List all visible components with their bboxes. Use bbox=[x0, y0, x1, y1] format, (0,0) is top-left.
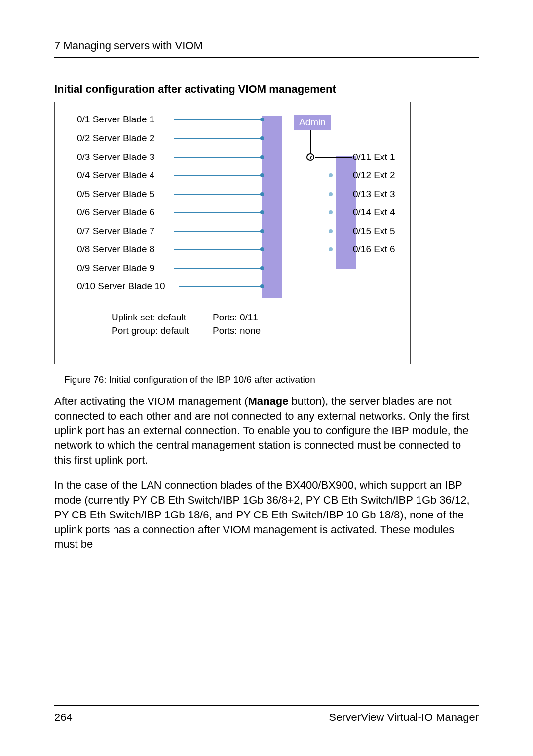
blade-line-4 bbox=[174, 175, 261, 176]
ext-label-3: 0/13 Ext 3 bbox=[353, 189, 395, 199]
blade-dot-5 bbox=[260, 192, 264, 196]
blade-dot-4 bbox=[260, 173, 264, 177]
blade-line-7 bbox=[174, 231, 261, 232]
ext-dot-2 bbox=[329, 173, 333, 177]
blade-line-6 bbox=[174, 212, 261, 213]
blade-line-1 bbox=[174, 119, 261, 120]
blade-label-5: 0/5 Server Blade 5 bbox=[77, 189, 154, 199]
blade-dot-9 bbox=[260, 266, 264, 270]
figure-diagram: Admin 0/1 Server Blade 1 0/2 Server Blad… bbox=[54, 102, 411, 364]
blade-dot-2 bbox=[260, 136, 264, 140]
admin-connector-vertical bbox=[310, 130, 311, 155]
blade-label-8: 0/8 Server Blade 8 bbox=[77, 244, 154, 255]
port-group-ports: Ports: none bbox=[213, 325, 261, 336]
blade-dot-10 bbox=[260, 284, 264, 288]
section-title: Initial configuration after activating V… bbox=[54, 83, 479, 96]
blade-label-9: 0/9 Server Blade 9 bbox=[77, 263, 154, 274]
blade-label-2: 0/2 Server Blade 2 bbox=[77, 133, 154, 144]
ext-dot-4 bbox=[329, 210, 333, 214]
blade-label-7: 0/7 Server Blade 7 bbox=[77, 226, 154, 237]
manage-bold: Manage bbox=[248, 395, 289, 407]
blade-label-3: 0/3 Server Blade 3 bbox=[77, 152, 154, 162]
admin-box: Admin bbox=[294, 115, 331, 130]
ext-label-4: 0/14 Ext 4 bbox=[353, 207, 395, 218]
ext-label-1: 0/11 Ext 1 bbox=[353, 152, 395, 162]
uplink-set-label: Uplink set: default bbox=[112, 312, 186, 323]
port-group-label: Port group: default bbox=[112, 325, 189, 336]
blade-line-10 bbox=[179, 286, 261, 287]
blade-dot-3 bbox=[260, 155, 264, 159]
ext-label-2: 0/12 Ext 2 bbox=[353, 170, 395, 181]
blade-dot-1 bbox=[260, 118, 264, 121]
blade-label-1: 0/1 Server Blade 1 bbox=[77, 114, 154, 125]
page-footer: 264 ServerView Virtual-IO Manager bbox=[54, 705, 479, 724]
ext1-connector-icon bbox=[306, 153, 314, 161]
ext-label-5: 0/15 Ext 5 bbox=[353, 226, 395, 237]
blade-line-5 bbox=[174, 194, 261, 195]
blade-label-4: 0/4 Server Blade 4 bbox=[77, 170, 154, 181]
paragraph-1a: After activating the VIOM management ( bbox=[54, 395, 248, 407]
blade-line-2 bbox=[174, 138, 261, 139]
blade-line-8 bbox=[174, 249, 261, 250]
switch-bar-internal bbox=[262, 116, 282, 298]
footer-title: ServerView Virtual-IO Manager bbox=[329, 711, 479, 724]
header-rule bbox=[54, 57, 479, 58]
ext-dot-5 bbox=[329, 229, 333, 233]
blade-line-3 bbox=[174, 157, 261, 158]
blade-line-9 bbox=[174, 268, 261, 269]
page-header: 7 Managing servers with VIOM bbox=[54, 40, 479, 52]
blade-label-10: 0/10 Server Blade 10 bbox=[77, 281, 165, 292]
blade-label-6: 0/6 Server Blade 6 bbox=[77, 207, 154, 218]
ext-dot-3 bbox=[329, 192, 333, 196]
ext1-connector-line bbox=[315, 157, 352, 158]
ext-label-6: 0/16 Ext 6 bbox=[353, 244, 395, 255]
paragraph-1: After activating the VIOM management (Ma… bbox=[54, 394, 479, 467]
page-number: 264 bbox=[54, 711, 73, 724]
footer-rule bbox=[54, 705, 479, 706]
paragraph-2: In the case of the LAN connection blades… bbox=[54, 478, 479, 551]
figure-caption: Figure 76: Initial configuration of the … bbox=[64, 374, 479, 385]
blade-dot-8 bbox=[260, 247, 264, 251]
blade-dot-6 bbox=[260, 210, 264, 214]
blade-dot-7 bbox=[260, 229, 264, 233]
uplink-set-ports: Ports: 0/11 bbox=[213, 312, 258, 323]
ext-dot-6 bbox=[329, 247, 333, 251]
